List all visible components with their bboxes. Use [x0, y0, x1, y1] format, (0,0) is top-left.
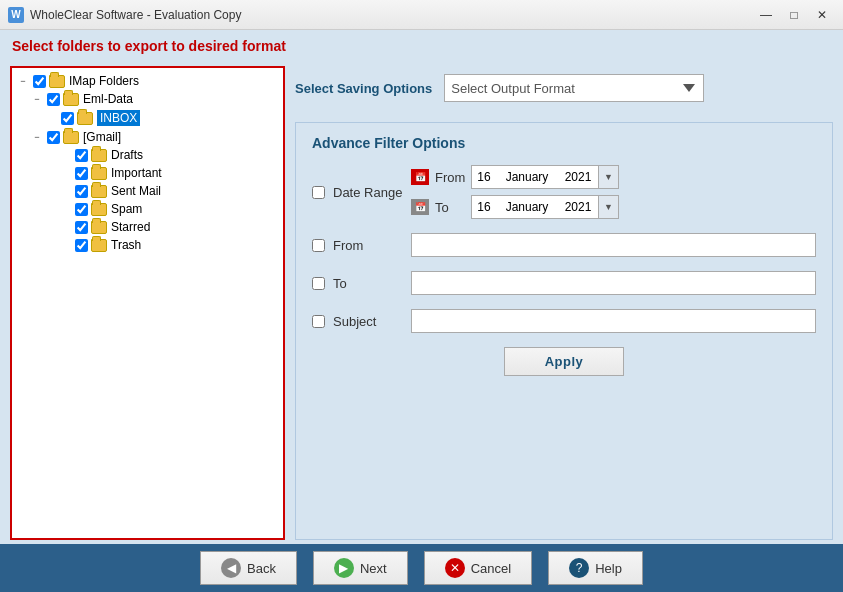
checkbox-starred[interactable]: [75, 221, 88, 234]
date-to-row: 📅 To ▼: [411, 195, 619, 219]
from-filter-checkbox[interactable]: [312, 239, 325, 252]
from-year[interactable]: [558, 170, 598, 184]
titlebar: W WholeClear Software - Evaluation Copy …: [0, 0, 843, 30]
label-important: Important: [111, 166, 162, 180]
folder-icon-gmail: [63, 131, 79, 144]
to-day[interactable]: [472, 200, 496, 214]
tree-item-spam[interactable]: Spam: [58, 200, 279, 218]
checkbox-spam[interactable]: [75, 203, 88, 216]
checkbox-eml[interactable]: [47, 93, 60, 106]
help-button[interactable]: ? Help: [548, 551, 643, 585]
folder-panel: − IMap Folders − Eml-Data INBOX: [10, 66, 285, 540]
apply-button[interactable]: Apply: [504, 347, 625, 376]
toggle-spam: [58, 202, 72, 216]
label-spam: Spam: [111, 202, 142, 216]
checkbox-drafts[interactable]: [75, 149, 88, 162]
date-range-label: Date Range: [333, 185, 403, 200]
tree-item-gmail[interactable]: − [Gmail]: [30, 128, 279, 146]
toggle-trash: [58, 238, 72, 252]
checkbox-sent[interactable]: [75, 185, 88, 198]
apply-btn-row: Apply: [312, 347, 816, 376]
from-label: From: [435, 170, 465, 185]
date-range-group: 📅 From ▼ 📅 To: [411, 165, 619, 219]
toggle-gmail[interactable]: −: [30, 130, 44, 144]
close-button[interactable]: ✕: [809, 5, 835, 25]
subject-filter-input[interactable]: [411, 309, 816, 333]
to-year[interactable]: [558, 200, 598, 214]
date-from-row: 📅 From ▼: [411, 165, 619, 189]
toggle-inbox: [44, 111, 58, 125]
toggle-important: [58, 166, 72, 180]
date-range-checkbox[interactable]: [312, 186, 325, 199]
label-inbox: INBOX: [97, 110, 140, 126]
folder-icon-trash: [91, 239, 107, 252]
filter-row-from: From: [312, 233, 816, 257]
bottom-bar: ◀ Back ▶ Next ✕ Cancel ? Help: [0, 544, 843, 592]
date-from-input[interactable]: ▼: [471, 165, 619, 189]
cancel-button[interactable]: ✕ Cancel: [424, 551, 532, 585]
to-date-dropdown[interactable]: ▼: [598, 196, 618, 218]
window-controls: — □ ✕: [753, 5, 835, 25]
toggle-starred: [58, 220, 72, 234]
tree-item-starred[interactable]: Starred: [58, 218, 279, 236]
to-filter-checkbox[interactable]: [312, 277, 325, 290]
tree-item-sent[interactable]: Sent Mail: [58, 182, 279, 200]
toggle-eml[interactable]: −: [30, 92, 44, 106]
saving-options-label: Select Saving Options: [295, 81, 432, 96]
advance-filter-section: Advance Filter Options Date Range 📅 From: [295, 122, 833, 540]
label-eml: Eml-Data: [83, 92, 133, 106]
tree-item-eml[interactable]: − Eml-Data: [30, 90, 279, 108]
date-to-input[interactable]: ▼: [471, 195, 619, 219]
folder-icon-starred: [91, 221, 107, 234]
tree-item-imap[interactable]: − IMap Folders: [16, 72, 279, 90]
toggle-imap[interactable]: −: [16, 74, 30, 88]
checkbox-inbox[interactable]: [61, 112, 74, 125]
to-filter-input[interactable]: [411, 271, 816, 295]
minimize-button[interactable]: —: [753, 5, 779, 25]
tree-item-drafts[interactable]: Drafts: [58, 146, 279, 164]
toggle-sent: [58, 184, 72, 198]
checkbox-imap[interactable]: [33, 75, 46, 88]
tree-item-trash[interactable]: Trash: [58, 236, 279, 254]
next-label: Next: [360, 561, 387, 576]
folder-icon-eml: [63, 93, 79, 106]
checkbox-important[interactable]: [75, 167, 88, 180]
next-button[interactable]: ▶ Next: [313, 551, 408, 585]
from-filter-label: From: [333, 238, 403, 253]
from-filter-input[interactable]: [411, 233, 816, 257]
output-format-select[interactable]: Select Output Format: [444, 74, 704, 102]
tree-item-inbox[interactable]: INBOX: [44, 108, 279, 128]
from-day[interactable]: [472, 170, 496, 184]
label-drafts: Drafts: [111, 148, 143, 162]
folder-icon-spam: [91, 203, 107, 216]
label-imap: IMap Folders: [69, 74, 139, 88]
checkbox-gmail[interactable]: [47, 131, 60, 144]
filter-row-subject: Subject: [312, 309, 816, 333]
folder-icon-drafts: [91, 149, 107, 162]
calendar-to-icon: 📅: [411, 199, 429, 215]
back-button[interactable]: ◀ Back: [200, 551, 297, 585]
to-month[interactable]: [496, 200, 558, 214]
content-area: − IMap Folders − Eml-Data INBOX: [0, 62, 843, 544]
main-content: Select folders to export to desired form…: [0, 30, 843, 544]
right-panel: Select Saving Options Select Output Form…: [295, 66, 833, 540]
filter-row-to: To: [312, 271, 816, 295]
maximize-button[interactable]: □: [781, 5, 807, 25]
label-sent: Sent Mail: [111, 184, 161, 198]
subject-filter-checkbox[interactable]: [312, 315, 325, 328]
to-filter-label: To: [333, 276, 403, 291]
label-gmail: [Gmail]: [83, 130, 121, 144]
tree-item-important[interactable]: Important: [58, 164, 279, 182]
window-title: WholeClear Software - Evaluation Copy: [30, 8, 753, 22]
cancel-label: Cancel: [471, 561, 511, 576]
page-instruction: Select folders to export to desired form…: [12, 38, 286, 54]
folder-icon-sent: [91, 185, 107, 198]
to-label: To: [435, 200, 465, 215]
checkbox-trash[interactable]: [75, 239, 88, 252]
from-month[interactable]: [496, 170, 558, 184]
folder-icon-inbox: [77, 112, 93, 125]
from-date-dropdown[interactable]: ▼: [598, 166, 618, 188]
back-icon: ◀: [221, 558, 241, 578]
next-icon: ▶: [334, 558, 354, 578]
advance-filter-title: Advance Filter Options: [312, 135, 816, 151]
